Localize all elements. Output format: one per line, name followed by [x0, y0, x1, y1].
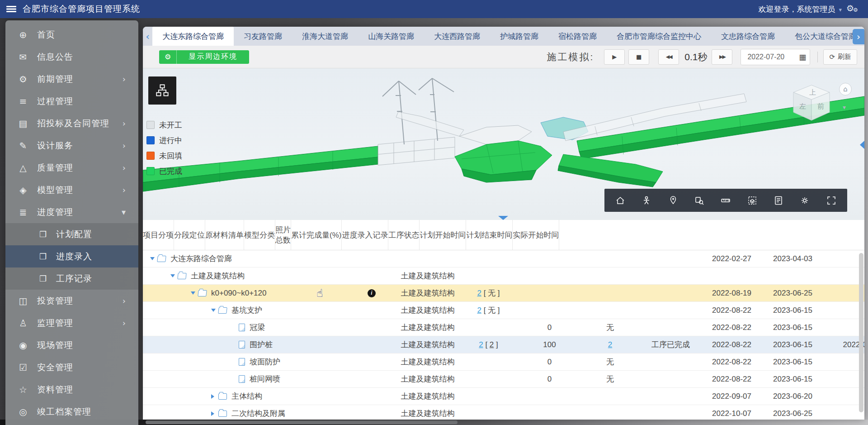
info-icon[interactable]: i [368, 289, 376, 297]
project-tab[interactable]: 大连西路管廊 [424, 27, 490, 46]
progress-record-value[interactable]: 无 [606, 374, 614, 384]
photo-extra[interactable]: 无 [488, 289, 495, 297]
project-tab[interactable]: 山海关路管廊 [358, 27, 424, 46]
walkthrough-button[interactable] [639, 193, 654, 208]
view-home-icon[interactable]: ⌂ [839, 83, 852, 96]
column-header[interactable]: 计划结束时间 [466, 220, 513, 250]
tree-toggle-icon[interactable] [150, 257, 157, 260]
rewind-button[interactable]: ◀◀ [658, 49, 679, 65]
sidebar-item[interactable]: ⚙ 前期管理 › [5, 68, 138, 90]
column-header[interactable]: 模型分类 [244, 220, 275, 250]
photo-count-link[interactable]: 2 [477, 289, 481, 297]
navigation-cube[interactable]: 上 左 前 [787, 82, 836, 133]
table-row[interactable]: 土建及建筑结构 土建及建筑结构 [143, 267, 864, 285]
sidebar-item[interactable]: ☆ 资料管理 [5, 378, 138, 401]
column-header[interactable]: 项目分项 [143, 220, 174, 250]
sidebar-item[interactable]: ❒ 计划配置 [5, 223, 138, 245]
table-row[interactable]: k0+090~k0+120 i 土建及建筑结构 2 [ 无 ] 2022-08 [143, 285, 864, 302]
vertical-scrollbar-thumb[interactable] [859, 253, 863, 412]
view-caret-icon[interactable]: ▾ [843, 104, 846, 111]
sidebar-item[interactable]: △ 质量管理 › [5, 157, 138, 179]
table-row[interactable]: 大连东路综合管廊 2022-02-27 2023-04-03 [143, 250, 864, 267]
table-row[interactable]: 二次结构及附属 土建及建筑结构 2022-10-07 2023-06-25 [143, 405, 864, 420]
refresh-button[interactable]: ⟳ 刷新 [823, 49, 857, 65]
node-label[interactable]: 二次结构及附属 [231, 408, 285, 419]
tab-scroll-left-icon[interactable]: ‹ [143, 27, 152, 46]
table-row[interactable]: 围护桩 土建及建筑结构 2 [ 2 ] 100 2 工序已完成 2022-08-… [143, 336, 864, 353]
3d-viewport[interactable]: 未开工 进行中 未回填 已完成 上 左 前 ⌂ ▾ [143, 68, 864, 220]
measure-button[interactable] [718, 193, 733, 208]
tab-scroll-right-icon[interactable]: › [853, 29, 864, 44]
column-header[interactable]: 累计完成量(%) [291, 220, 342, 250]
photo-extra[interactable]: 2 [490, 340, 494, 349]
project-tab[interactable]: 合肥市管廊综合监控中心 [607, 27, 711, 46]
tree-toggle-icon[interactable] [211, 309, 218, 312]
node-label[interactable]: 桩间网喷 [250, 374, 280, 384]
menu-icon[interactable] [6, 6, 16, 12]
tree-toggle-icon[interactable] [170, 274, 178, 277]
node-label[interactable]: 土建及建筑结构 [191, 271, 245, 281]
photo-count-link[interactable]: 2 [477, 306, 481, 315]
column-header[interactable]: 进度录入记录 [342, 220, 388, 250]
sidebar-item[interactable]: ◎ 竣工档案管理 [5, 401, 138, 423]
node-label[interactable]: 大连东路综合管廊 [170, 253, 232, 264]
sidebar-item[interactable]: ❒ 工序记录 [5, 267, 138, 290]
sidebar-item[interactable]: ❒ 进度录入 [5, 245, 138, 267]
viewer-settings-button[interactable] [797, 193, 812, 208]
node-label[interactable]: 围护桩 [250, 339, 273, 350]
user-caret-icon[interactable]: ▾ [839, 6, 842, 13]
node-label[interactable]: 主体结构 [231, 391, 262, 401]
column-header[interactable]: 实际开始时间 [513, 220, 559, 250]
sidebar-item[interactable]: ▤ 招投标及合同管理 › [5, 112, 138, 134]
settings-gear-icon[interactable]: ⚙ ⚙ [846, 4, 860, 14]
sidebar-item[interactable]: ◈ 模型管理 › [5, 179, 138, 201]
project-tab[interactable]: 护城路管廊 [490, 27, 548, 46]
date-input[interactable] [746, 53, 797, 62]
project-tab[interactable]: 文忠路综合管廊 [711, 27, 785, 46]
table-row[interactable]: 桩间网喷 土建及建筑结构 0 无 2022-08-22 2023-06-15 [143, 371, 864, 388]
zoom-select-button[interactable] [692, 193, 707, 208]
tree-toggle-icon[interactable] [211, 411, 218, 416]
photo-count-link[interactable]: 2 [479, 340, 483, 349]
collapse-viewport-handle[interactable] [498, 216, 508, 220]
home-view-button[interactable] [613, 193, 628, 208]
stop-button[interactable]: ■ [628, 49, 649, 65]
collapse-side-handle[interactable] [860, 141, 864, 149]
sidebar-item[interactable]: ≡ 过程管理 [5, 90, 138, 112]
properties-list-button[interactable] [771, 193, 786, 208]
sidebar-item[interactable]: ☑ 安全管理 [5, 356, 138, 378]
sidebar-item[interactable]: ✉ 信息公告 [5, 46, 138, 68]
progress-record-value[interactable]: 无 [606, 322, 614, 333]
sidebar-item[interactable]: ✎ 设计服务 › [5, 134, 138, 157]
photo-extra[interactable]: 无 [488, 306, 495, 315]
column-header[interactable]: 计划开始时间 [420, 220, 466, 250]
user-welcome[interactable]: 欢迎登录，系统管理员 [758, 4, 835, 14]
table-row[interactable]: 冠梁 土建及建筑结构 0 无 2022-08-22 2023-06-15 [143, 319, 864, 336]
sidebar-item[interactable]: ⊕ 首页 [5, 24, 138, 46]
progress-record-value[interactable]: 无 [606, 357, 614, 367]
node-label[interactable]: k0+090~k0+120 [211, 289, 266, 298]
progress-record-value[interactable]: 2 [608, 340, 612, 349]
project-tab[interactable]: 习友路管廊 [234, 27, 292, 46]
model-tree-button[interactable] [148, 76, 176, 105]
horizontal-scrollbar-thumb[interactable] [146, 420, 458, 424]
column-header[interactable]: 工序状态 [388, 220, 420, 250]
column-header[interactable]: 分段定位 [174, 220, 205, 250]
table-row[interactable]: 主体结构 土建及建筑结构 2022-09-07 2023-06-20 [143, 388, 864, 405]
forward-button[interactable]: ▶▶ [712, 49, 732, 65]
column-header[interactable]: 照片 总数 [275, 220, 291, 250]
tree-toggle-icon[interactable] [211, 394, 218, 399]
sidebar-item[interactable]: ≣ 进度管理 ▾ [5, 201, 138, 223]
sidebar-item[interactable]: ◉ 现场管理 [5, 334, 138, 356]
project-tab[interactable]: 大连东路综合管廊 [152, 27, 234, 46]
node-label[interactable]: 坡面防护 [250, 357, 280, 367]
column-header[interactable]: 原材料清单 [205, 220, 244, 250]
table-row[interactable]: 基坑支护 土建及建筑结构 2 [ 无 ] 2022-08-22 [143, 302, 864, 319]
show-environment-button[interactable]: ⚙ 显示周边环境 [159, 50, 249, 64]
node-label[interactable]: 冠梁 [250, 322, 265, 333]
section-box-button[interactable] [745, 193, 760, 208]
project-tab[interactable]: 宿松路管廊 [548, 27, 607, 46]
tree-toggle-icon[interactable] [191, 291, 198, 295]
fullscreen-button[interactable] [824, 193, 839, 208]
project-tab[interactable]: 淮海大道管廊 [292, 27, 358, 46]
